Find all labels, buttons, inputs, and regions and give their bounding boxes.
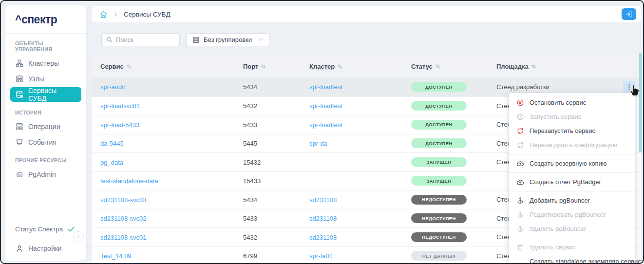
port-cell: 5445 — [243, 139, 309, 148]
menu-divider — [509, 238, 635, 238]
service-cell: Test_14.09 — [92, 251, 243, 260]
sidebar-item-label: Сервисы СУБД — [28, 87, 76, 102]
column-header[interactable]: Порт — [243, 63, 309, 70]
sidebar-item-settings[interactable]: Настройки — [10, 241, 82, 256]
menu-item-label: Добавить pgBouncer — [530, 197, 590, 204]
service-cell: sd231108-svc03 — [92, 195, 243, 204]
status-cell: НЕДОСТУПЕН — [411, 232, 496, 242]
cluster-cell: sd231108 — [309, 195, 411, 204]
column-header-label: Статус — [411, 63, 433, 70]
sidebar-item[interactable]: Сервисы СУБД — [10, 87, 81, 102]
stop-icon — [516, 99, 524, 107]
menu-item-label: Удалить сервис — [530, 244, 576, 251]
menu-item[interactable]: Добавить pgBouncer — [509, 193, 635, 207]
sidebar-item[interactable]: PgAdmin — [10, 167, 81, 182]
port-cell: 6799 — [243, 251, 309, 260]
port-value: 6799 — [243, 252, 257, 260]
service-link[interactable]: spr-loadsvc01 — [100, 102, 140, 110]
sidebar-item-label: События — [28, 138, 57, 146]
service-link[interactable]: pg_data — [100, 159, 123, 166]
menu-item[interactable]: Остановить сервис — [509, 95, 635, 110]
column-header[interactable]: Кластер — [309, 63, 411, 70]
service-link[interactable]: test-standalone-data — [100, 177, 158, 185]
service-link[interactable]: sd231108-svc01 — [100, 234, 146, 241]
status-badge: НЕТ ДАННЫХ — [411, 251, 467, 261]
menu-item[interactable]: Создать резервную копию — [509, 156, 635, 170]
menu-item-label: Создать standalone экземпляр сервиса — [530, 258, 644, 264]
sidebar-item[interactable]: События — [10, 135, 81, 150]
cluster-link[interactable]: spr-loadtest — [309, 83, 342, 91]
pgbouncer-icon — [516, 197, 524, 205]
row-actions-button[interactable] — [623, 81, 635, 93]
column-header[interactable]: Сервис — [92, 63, 243, 70]
service-link[interactable]: sd231108-svc02 — [100, 215, 146, 222]
sidebar-item[interactable]: Узлы — [10, 72, 81, 86]
menu-item[interactable]: Создать standalone экземпляр сервиса — [509, 254, 635, 264]
sidebar-item[interactable]: Кластеры — [10, 56, 81, 71]
vertical-scrollbar[interactable] — [639, 53, 642, 152]
menu-item-label: Удалить pgBouncer — [530, 225, 586, 232]
menu-item[interactable]: Перезапустить сервис — [509, 124, 635, 138]
search-input[interactable] — [116, 36, 175, 43]
column-header[interactable]: Статус — [411, 63, 496, 70]
grouping-select[interactable]: Без группировки — [187, 33, 269, 46]
cluster-link[interactable]: spr-loadtest — [309, 102, 342, 110]
status-cell: ЗАПУЩЕН — [411, 176, 496, 186]
service-link[interactable]: spr-audit — [100, 83, 125, 91]
service-link[interactable]: sd231108-svc03 — [100, 196, 146, 204]
login-button[interactable] — [622, 8, 636, 20]
sort-icon — [531, 64, 536, 69]
chevron-down-icon — [258, 37, 264, 43]
menu-item[interactable]: Создать отчет PgBadger — [509, 175, 635, 189]
sidebar-item[interactable]: Операции — [10, 119, 81, 134]
status-badge: НЕДОСТУПЕН — [411, 213, 467, 223]
service-cell: sd231108-svc02 — [92, 214, 243, 223]
menu-item-label: Редактировать pgBouncer — [530, 211, 606, 218]
port-cell: 5433 — [243, 120, 309, 129]
sidebar-collapse-button[interactable] — [73, 231, 84, 242]
cluster-link[interactable]: sd231108 — [309, 196, 337, 204]
service-link[interactable]: Test_14.09 — [100, 252, 132, 260]
port-cell: 5432 — [243, 101, 309, 110]
service-cell: pg_data — [92, 158, 243, 167]
breadcrumb-bar: Сервисы СУБД — [92, 6, 641, 22]
cluster-link[interactable]: sd231108 — [309, 215, 337, 222]
cluster-link[interactable]: spr-da — [309, 140, 327, 147]
status-badge: НЕДОСТУПЕН — [411, 232, 467, 242]
grouping-value: Без группировки — [204, 36, 252, 43]
grouping-layers-icon — [192, 36, 200, 44]
menu-divider — [509, 191, 635, 191]
status-badge: ДОСТУПЕН — [411, 138, 467, 148]
trash-icon — [516, 244, 524, 251]
menu-item-label: Создать резервную копию — [530, 160, 607, 167]
cluster-cell: spr-loadtest — [309, 120, 411, 129]
sidebar-sections: ОБЪЕКТЫ УПРАВЛЕНИЯКластерыУзлыСервисы СУ… — [5, 34, 86, 182]
events-bell-icon — [15, 138, 24, 147]
sort-icon — [261, 64, 266, 69]
sort-icon — [126, 64, 132, 69]
service-link[interactable]: da-5445 — [100, 140, 124, 147]
port-value: 15433 — [243, 177, 261, 185]
status-cell: ДОСТУПЕН — [411, 120, 496, 130]
home-icon[interactable] — [99, 10, 108, 19]
cluster-link[interactable]: spr-ta01 — [309, 252, 333, 260]
status-badge: ЗАПУЩЕН — [411, 176, 467, 186]
cluster-link[interactable]: sd231108 — [309, 234, 337, 241]
cluster-cell: spr-loadtest — [309, 82, 411, 91]
cluster-link[interactable]: spr-loadtest — [309, 121, 342, 129]
toolbar: Без группировки — [92, 33, 269, 46]
service-cell: sd231108-svc01 — [92, 233, 243, 242]
service-cell: test-standalone-data — [92, 176, 243, 185]
menu-item-label: Перезапустить сервис — [530, 127, 595, 134]
column-header-label: Площадка — [496, 63, 529, 70]
clusters-icon — [15, 59, 24, 68]
column-header-label: Сервис — [100, 63, 124, 70]
search-box — [101, 33, 180, 46]
service-link[interactable]: spr-load-5433 — [100, 121, 139, 129]
spektr-status[interactable]: Статус Спектра — [5, 225, 86, 233]
cluster-cell: sd231108 — [309, 233, 411, 242]
service-cell: spr-load-5433 — [92, 120, 243, 129]
column-header[interactable]: Площадка — [496, 63, 620, 70]
status-badge: ДОСТУПЕН — [411, 120, 467, 130]
menu-item: Перезагрузить конфигурацию — [509, 138, 635, 152]
